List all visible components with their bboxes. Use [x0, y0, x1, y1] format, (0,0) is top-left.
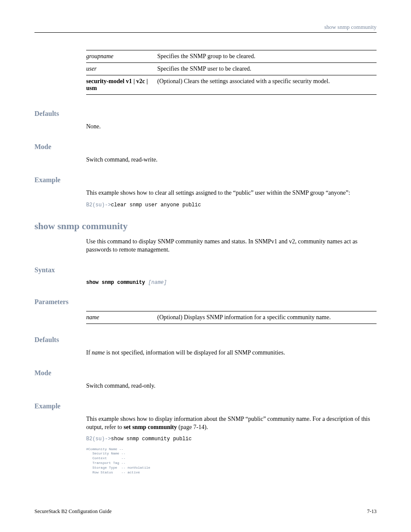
- example-intro-2: This example shows how to display inform…: [86, 415, 377, 432]
- param-name: name: [86, 314, 99, 320]
- example-code-1: B2(su)->clear snmp user anyone public: [86, 202, 377, 208]
- code-prompt-2: B2(su)->: [86, 436, 111, 442]
- param-desc: (Optional) Displays SNMP information for…: [157, 311, 377, 324]
- parameter-table-2: name (Optional) Displays SNMP informatio…: [86, 311, 377, 324]
- param-name: groupname: [86, 53, 113, 59]
- table-row: user Specifies the SNMP user to be clear…: [86, 63, 377, 75]
- table-row: groupname Specifies the SNMP group to be…: [86, 50, 377, 63]
- param-desc: Specifies the SNMP user to be cleared.: [157, 63, 377, 75]
- param-name: user: [86, 65, 97, 72]
- mode-body-2: Switch command, read-only.: [86, 382, 377, 390]
- defaults-body: None.: [86, 123, 377, 131]
- section-heading-mode: Mode: [34, 143, 377, 151]
- page-footer: SecureStack B2 Configuration Guide 7-13: [34, 508, 377, 515]
- code-command-2: show snmp community public: [111, 436, 192, 442]
- mode-body: Switch command, read-write.: [86, 156, 377, 164]
- defaults-body-2: If name is not specified, information wi…: [86, 349, 377, 357]
- syntax-command: show snmp community: [86, 280, 145, 286]
- param-name: security-model v1 | v2c | usm: [86, 78, 148, 91]
- footer-page-number: 7-13: [367, 508, 377, 515]
- param-desc: Specifies the SNMP group to be cleared.: [157, 50, 377, 63]
- section-heading-defaults-2: Defaults: [34, 336, 377, 344]
- param-desc: (Optional) Clears the settings associate…: [157, 75, 377, 95]
- header-section-title: show snmp community: [324, 24, 377, 31]
- example-intro: This example shows how to clear all sett…: [86, 189, 377, 197]
- section-heading-defaults: Defaults: [34, 110, 377, 118]
- parameter-table-1: groupname Specifies the SNMP group to be…: [86, 50, 377, 95]
- section-heading-example: Example: [34, 176, 377, 184]
- section-heading-parameters: Parameters: [34, 298, 377, 306]
- page-header: show snmp community: [34, 24, 377, 33]
- example-code-2: B2(su)->show snmp community public: [86, 436, 377, 442]
- section-heading-mode-2: Mode: [34, 369, 377, 377]
- table-row: name (Optional) Displays SNMP informatio…: [86, 311, 377, 324]
- command-title: show snmp community: [34, 221, 377, 232]
- example-output: #Community Name -- Security Name -- Cont…: [86, 447, 377, 475]
- syntax-code: show snmp community [name]: [86, 279, 377, 286]
- syntax-args: [name]: [145, 280, 167, 286]
- code-command: clear snmp user anyone public: [111, 202, 201, 208]
- table-row: security-model v1 | v2c | usm (Optional)…: [86, 75, 377, 95]
- command-description: Use this command to display SNMP communi…: [86, 238, 377, 254]
- code-prompt: B2(su)->: [86, 202, 111, 208]
- section-heading-syntax: Syntax: [34, 266, 377, 274]
- section-heading-example-2: Example: [34, 402, 377, 410]
- footer-doc-title: SecureStack B2 Configuration Guide: [34, 508, 112, 515]
